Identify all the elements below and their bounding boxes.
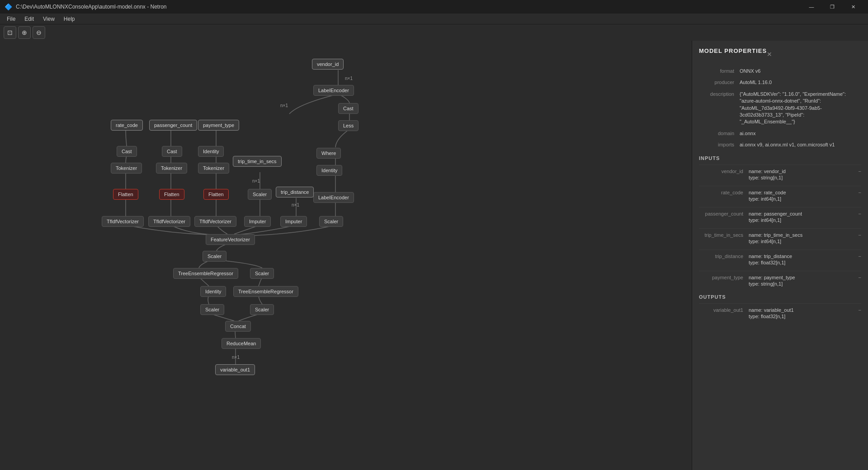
prop-producer-key: producer — [699, 79, 740, 86]
zoom-out-button[interactable]: ⊖ — [33, 26, 45, 39]
main-container: vendor_id n×1 LabelEncoder n×1 Cast Less… — [0, 41, 868, 470]
node-flatten-3[interactable]: Flatten — [203, 189, 229, 200]
zoom-fit-button[interactable]: ⊡ — [4, 26, 16, 39]
node-tree-ensemble-1[interactable]: TreeEnsembleRegressor — [173, 268, 238, 279]
node-label-encoder-2[interactable]: LabelEncoder — [313, 192, 354, 203]
restore-button[interactable]: ❐ — [822, 0, 843, 14]
input-name-label: passenger_count — [699, 211, 749, 216]
node-label-encoder-1[interactable]: LabelEncoder — [313, 85, 354, 96]
input-row-payment_type[interactable]: payment_type name: payment_type type: st… — [699, 271, 861, 287]
node-rate-code[interactable]: rate_code — [111, 120, 143, 131]
input-collapse-button[interactable]: − — [859, 232, 861, 238]
minimize-button[interactable]: — — [801, 0, 822, 14]
prop-producer-val: AutoML 1.16.0 — [740, 79, 861, 86]
input-row-vendor_id[interactable]: vendor_id name: vendor_id type: string[n… — [699, 164, 861, 181]
node-identity-2[interactable]: Identity — [198, 146, 224, 157]
node-passenger-count[interactable]: passenger_count — [149, 120, 197, 131]
node-scaler-6[interactable]: Scaler — [250, 304, 274, 315]
node-scaler-2[interactable]: Scaler — [319, 216, 343, 227]
close-button[interactable]: ✕ — [843, 0, 863, 14]
prop-description-row: description {"AutoMLSDKVer": "1.16.0", "… — [699, 91, 861, 126]
edge-label-3: n×1 — [252, 179, 260, 183]
node-where[interactable]: Where — [316, 148, 341, 159]
menu-file[interactable]: File — [2, 15, 20, 23]
edge-label-2: n×1 — [280, 103, 288, 108]
node-scaler-4[interactable]: Scaler — [250, 268, 274, 279]
output-collapse-button[interactable]: − — [859, 307, 861, 313]
menubar: File Edit View Help — [0, 14, 868, 24]
prop-imports-row: imports ai.onnx v9, ai.onnx.ml v1, com.m… — [699, 141, 861, 148]
node-less[interactable]: Less — [338, 120, 359, 131]
prop-producer-row: producer AutoML 1.16.0 — [699, 79, 861, 86]
input-details: name: trip_distance type: float32[n,1] — [749, 254, 856, 266]
menu-view[interactable]: View — [38, 15, 59, 23]
zoom-in-button[interactable]: ⊕ — [18, 26, 31, 39]
node-payment-type[interactable]: payment_type — [198, 120, 239, 131]
input-collapse-button[interactable]: − — [859, 190, 861, 195]
prop-domain-key: domain — [699, 130, 740, 137]
menu-help[interactable]: Help — [59, 15, 80, 23]
node-flatten-2[interactable]: Flatten — [159, 189, 184, 200]
input-collapse-button[interactable]: − — [859, 275, 861, 280]
props-close-button[interactable]: ✕ — [767, 51, 772, 58]
node-concat[interactable]: Concat — [225, 321, 251, 332]
graph-canvas[interactable]: vendor_id n×1 LabelEncoder n×1 Cast Less… — [0, 41, 692, 470]
window-title: C:\Dev\AutoMLONNXConsoleApp\automl-model… — [16, 4, 166, 10]
input-name-label: rate_code — [699, 190, 749, 195]
node-identity-3[interactable]: Identity — [200, 286, 226, 297]
prop-format-key: format — [699, 68, 740, 75]
node-flatten-1[interactable]: Flatten — [113, 189, 138, 200]
input-row-trip_distance[interactable]: trip_distance name: trip_distance type: … — [699, 249, 861, 266]
output-name-label: variable_out1 — [699, 307, 749, 313]
output-row-variable_out1[interactable]: variable_out1 name: variable_out1 type: … — [699, 303, 861, 320]
input-details: name: rate_code type: int64[n,1] — [749, 190, 856, 202]
input-row-trip_time_in_secs[interactable]: trip_time_in_secs name: trip_time_in_sec… — [699, 228, 861, 245]
input-collapse-button[interactable]: − — [859, 211, 861, 216]
node-vendor-id[interactable]: vendor_id — [312, 59, 344, 70]
node-identity-1[interactable]: Identity — [316, 165, 342, 176]
input-collapse-button[interactable]: − — [859, 169, 861, 174]
prop-format-row: format ONNX v6 — [699, 68, 861, 75]
node-cast-1[interactable]: Cast — [338, 103, 359, 114]
input-details: name: passenger_count type: int64[n,1] — [749, 211, 856, 224]
titlebar: 🔷 C:\Dev\AutoMLONNXConsoleApp\automl-mod… — [0, 0, 868, 14]
prop-imports-key: imports — [699, 141, 740, 148]
node-scaler-1[interactable]: Scaler — [248, 189, 272, 200]
edge-label-4: n×1 — [292, 202, 299, 207]
node-trip-time[interactable]: trip_time_in_secs — [233, 156, 282, 167]
node-tfidf-2[interactable]: TfIdfVectorizer — [148, 216, 190, 227]
input-name-label: trip_time_in_secs — [699, 232, 749, 238]
input-name-label: payment_type — [699, 275, 749, 280]
input-row-rate_code[interactable]: rate_code name: rate_code type: int64[n,… — [699, 186, 861, 202]
node-trip-distance[interactable]: trip_distance — [276, 187, 314, 197]
node-imputer-1[interactable]: Imputer — [244, 216, 271, 227]
node-tokenizer-1[interactable]: Tokenizer — [111, 163, 142, 174]
edge-label-5: n×1 — [232, 355, 240, 360]
node-variable-out1[interactable]: variable_out1 — [215, 364, 255, 375]
node-cast-3[interactable]: Cast — [162, 146, 182, 157]
prop-description-key: description — [699, 91, 740, 126]
node-cast-2[interactable]: Cast — [117, 146, 137, 157]
prop-domain-row: domain ai.onnx — [699, 130, 861, 137]
node-tfidf-3[interactable]: TfIdfVectorizer — [194, 216, 236, 227]
node-tokenizer-3[interactable]: Tokenizer — [198, 163, 229, 174]
output-details: name: variable_out1 type: float32[n,1] — [749, 307, 856, 320]
input-row-passenger_count[interactable]: passenger_count name: passenger_count ty… — [699, 207, 861, 224]
prop-description-val: {"AutoMLSDKVer": "1.16.0", "ExperimentNa… — [740, 91, 861, 126]
node-scaler-5[interactable]: Scaler — [200, 304, 224, 315]
node-tree-ensemble-2[interactable]: TreeEnsembleRegressor — [233, 286, 298, 297]
outputs-section-title: OUTPUTS — [699, 294, 861, 300]
properties-panel: MODEL PROPERTIES ✕ format ONNX v6 produc… — [692, 41, 868, 470]
node-scaler-3[interactable]: Scaler — [203, 251, 226, 262]
node-reduce-mean[interactable]: ReduceMean — [222, 338, 261, 349]
input-collapse-button[interactable]: − — [859, 254, 861, 259]
outputs-container: variable_out1 name: variable_out1 type: … — [699, 303, 861, 320]
node-imputer-2[interactable]: Imputer — [280, 216, 307, 227]
node-tfidf-1[interactable]: TfIdfVectorizer — [102, 216, 144, 227]
node-feature-vectorizer[interactable]: FeatureVectorizer — [206, 234, 255, 245]
input-name-label: vendor_id — [699, 169, 749, 174]
menu-edit[interactable]: Edit — [20, 15, 38, 23]
node-tokenizer-2[interactable]: Tokenizer — [156, 163, 187, 174]
input-details: name: vendor_id type: string[n,1] — [749, 169, 856, 181]
prop-domain-val: ai.onnx — [740, 130, 861, 137]
